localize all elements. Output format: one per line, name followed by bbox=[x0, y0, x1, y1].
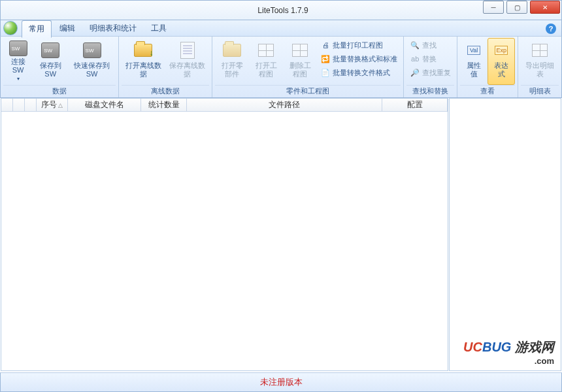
batch-convert-button[interactable]: 📄批量转换文件格式 bbox=[319, 67, 399, 78]
col-config[interactable]: 配置 bbox=[382, 99, 448, 111]
col-count[interactable]: 统计数量 bbox=[141, 99, 187, 111]
group-offline-label: 离线数据 bbox=[122, 85, 210, 97]
replace-button[interactable]: ab替换 bbox=[408, 53, 452, 65]
title-bar: LiteTools 1.7.9 ─ ▢ ✕ bbox=[0, 0, 562, 20]
group-find-label: 查找和替换 bbox=[406, 85, 454, 97]
help-icon[interactable]: ? bbox=[546, 24, 556, 34]
tab-edit[interactable]: 编辑 bbox=[53, 20, 82, 37]
col-index[interactable]: 序号△ bbox=[37, 99, 68, 111]
col-filename[interactable]: 磁盘文件名 bbox=[68, 99, 141, 111]
expression-button[interactable]: Exp 表达式 bbox=[488, 38, 515, 85]
group-parts: 打开零部件 打开工程图 删除工程图 🖨批量打印工程图 🔁批量替换格式和标准 📄批… bbox=[212, 37, 404, 97]
quicksave-sw-icon bbox=[82, 41, 102, 60]
open-offline-icon bbox=[133, 41, 153, 60]
minimize-button[interactable]: ─ bbox=[483, 1, 504, 14]
delete-drawing-icon bbox=[290, 41, 310, 60]
window-title: LiteTools 1.7.9 bbox=[5, 6, 561, 15]
maximize-button[interactable]: ▢ bbox=[506, 1, 527, 14]
quicksave-sw-button[interactable]: 快速保存到SW bbox=[68, 38, 116, 85]
window-controls: ─ ▢ ✕ bbox=[482, 1, 561, 20]
open-offline-button[interactable]: 打开离线数据 bbox=[122, 38, 165, 85]
batch-convert-icon: 📄 bbox=[320, 67, 331, 78]
batch-replace-icon: 🔁 bbox=[320, 54, 331, 64]
data-table[interactable]: 序号△ 磁盘文件名 统计数量 文件路径 配置 bbox=[1, 98, 448, 371]
group-data: 连接SW ▾ 保存到SW 快速保存到SW 数据 bbox=[1, 37, 119, 97]
group-offline: 打开离线数据 保存离线数据 离线数据 bbox=[119, 37, 213, 97]
col-blank2[interactable] bbox=[13, 99, 25, 111]
connect-sw-button[interactable]: 连接SW ▾ bbox=[3, 38, 33, 85]
expression-icon: Exp bbox=[491, 41, 511, 60]
batch-print-button[interactable]: 🖨批量打印工程图 bbox=[319, 39, 399, 51]
group-view-label: 查看 bbox=[460, 85, 515, 97]
delete-drawing-button[interactable]: 删除工程图 bbox=[283, 38, 317, 85]
save-to-sw-button[interactable]: 保存到SW bbox=[33, 38, 68, 85]
value-button[interactable]: Val 属性值 bbox=[460, 38, 488, 85]
tab-common[interactable]: 常用 bbox=[22, 20, 52, 38]
group-bom-label: 明细表 bbox=[521, 85, 559, 97]
find-icon: 🔍 bbox=[410, 40, 420, 50]
side-panel bbox=[449, 98, 561, 371]
find-button[interactable]: 🔍查找 bbox=[408, 39, 452, 51]
table-header: 序号△ 磁盘文件名 统计数量 文件路径 配置 bbox=[1, 99, 448, 112]
group-data-label: 数据 bbox=[3, 85, 116, 97]
tab-tools[interactable]: 工具 bbox=[144, 20, 173, 37]
col-blank1[interactable] bbox=[1, 99, 13, 111]
status-text: 未注册版本 bbox=[260, 376, 303, 388]
open-part-button[interactable]: 打开零部件 bbox=[215, 38, 249, 85]
save-sw-icon bbox=[41, 41, 60, 60]
link-sw-icon bbox=[8, 41, 28, 56]
find-dup-icon: 🔎 bbox=[410, 67, 420, 78]
save-offline-button[interactable]: 保存离线数据 bbox=[165, 38, 209, 85]
open-part-icon bbox=[222, 41, 242, 60]
export-icon bbox=[530, 41, 550, 60]
dropdown-icon: ▾ bbox=[17, 74, 20, 83]
group-view: Val 属性值 Exp 表达式 查看 bbox=[457, 37, 518, 97]
tab-bom[interactable]: 明细表和统计 bbox=[83, 20, 143, 37]
find-dup-button[interactable]: 🔎查找重复 bbox=[408, 67, 452, 78]
batch-replace-button[interactable]: 🔁批量替换格式和标准 bbox=[319, 53, 399, 65]
group-find: 🔍查找 ab替换 🔎查找重复 查找和替换 bbox=[404, 37, 457, 97]
app-icon bbox=[3, 21, 18, 35]
ribbon: 连接SW ▾ 保存到SW 快速保存到SW 数据 打开离线数据 保存离线数据 bbox=[0, 37, 562, 98]
save-offline-icon bbox=[178, 41, 197, 60]
export-bom-button[interactable]: 导出明细表 bbox=[521, 38, 559, 85]
batch-print-icon: 🖨 bbox=[320, 40, 331, 50]
status-bar: 未注册版本 bbox=[0, 372, 562, 392]
menu-bar: 常用 编辑 明细表和统计 工具 ? bbox=[0, 20, 562, 37]
replace-icon: ab bbox=[410, 54, 420, 64]
col-path[interactable]: 文件路径 bbox=[187, 99, 382, 111]
sort-asc-icon: △ bbox=[58, 102, 63, 108]
close-button[interactable]: ✕ bbox=[530, 1, 560, 14]
group-parts-label: 零件和工程图 bbox=[215, 85, 401, 97]
group-bom: 导出明细表 明细表 bbox=[518, 37, 561, 97]
open-drawing-button[interactable]: 打开工程图 bbox=[249, 38, 283, 85]
col-blank3[interactable] bbox=[25, 99, 37, 111]
value-icon: Val bbox=[464, 41, 484, 60]
open-drawing-icon bbox=[256, 41, 276, 60]
